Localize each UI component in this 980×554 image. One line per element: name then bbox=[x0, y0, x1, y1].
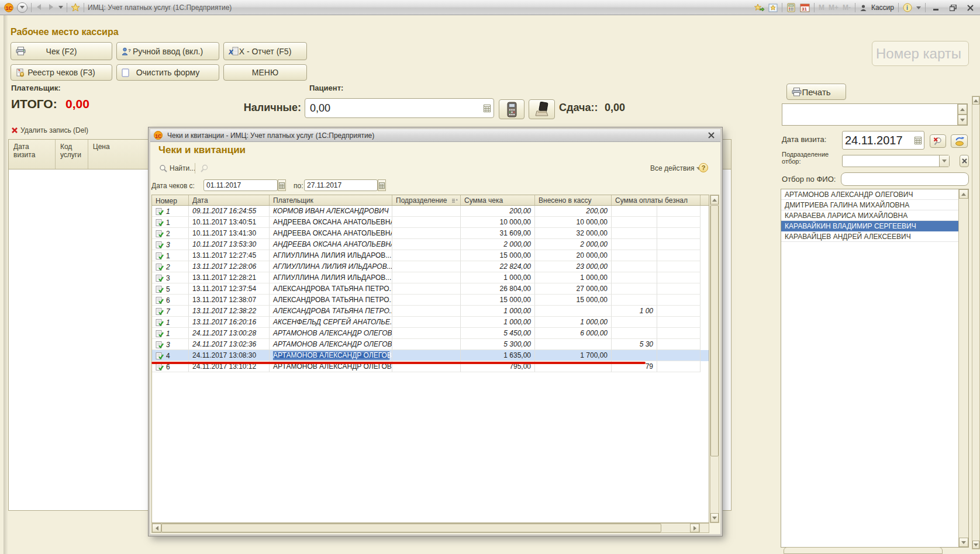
help-icon[interactable]: ? bbox=[699, 163, 708, 172]
cash-input[interactable]: 0,00 bbox=[305, 98, 494, 118]
visit-date-input[interactable]: 24.11.2017 bbox=[842, 131, 924, 150]
patients-list: АРТАМОНОВ АЛЕКСАНДР ОЛЕГОВИЧДМИТРИЕВА ГА… bbox=[781, 189, 969, 548]
clear-form-button[interactable]: Очистить форму bbox=[116, 64, 219, 81]
scroll-thumb[interactable] bbox=[710, 205, 719, 456]
svg-text:31: 31 bbox=[802, 6, 807, 12]
print-list-box[interactable] bbox=[782, 103, 968, 126]
col-cash-in[interactable]: Внесено в кассу bbox=[535, 195, 612, 205]
register-button[interactable]: Реестр чеков (F3) bbox=[11, 64, 112, 81]
memory-minus-button[interactable]: M- bbox=[843, 4, 851, 12]
col-payer[interactable]: Плательщик bbox=[270, 195, 392, 205]
scroll-up-icon[interactable] bbox=[958, 104, 967, 115]
patient-list-item[interactable]: КАРАВАЕВА ЛАРИСА МИХАЙЛОВНА bbox=[781, 210, 958, 221]
manual-input-button[interactable]: ? Ручной ввод (вкл.) bbox=[116, 42, 219, 60]
patient-label: Пациент: bbox=[309, 84, 343, 92]
table-row[interactable]: 7 13.11.2017 12:38:22 АЛЕКСАНДРОВА ТАТЬЯ… bbox=[152, 306, 709, 317]
table-row[interactable]: 3 24.11.2017 13:02:36 АРТАМОНОВ АЛЕКСАНД… bbox=[152, 339, 709, 350]
info-icon[interactable]: i bbox=[903, 3, 912, 12]
receipt-doc-icon bbox=[156, 296, 164, 304]
dialog-titlebar[interactable]: 1С Чеки и квитанции - ИМЦ: Учет платных … bbox=[150, 129, 720, 142]
scroll-down-icon[interactable] bbox=[710, 513, 719, 522]
patient-list-item[interactable]: КАРАВАЙКИН ВЛАДИМИР СЕРГЕЕВИЧ bbox=[781, 221, 958, 231]
col-cashless[interactable]: Сумма оплаты безнал bbox=[612, 195, 701, 205]
nav-forward-icon[interactable] bbox=[47, 4, 55, 12]
payment-terminal-button[interactable] bbox=[499, 99, 524, 119]
calculator-icon[interactable] bbox=[786, 3, 796, 12]
department-dropdown-icon[interactable] bbox=[939, 155, 949, 167]
restore-button[interactable] bbox=[947, 2, 960, 13]
scroll-up-icon[interactable] bbox=[959, 189, 968, 199]
col-sum[interactable]: Сумма чека bbox=[461, 195, 535, 205]
delete-row-link[interactable]: Удалить запись (Del) bbox=[11, 126, 88, 134]
memory-plus-button[interactable]: M+ bbox=[829, 4, 838, 12]
col-date[interactable]: Дата bbox=[189, 195, 270, 205]
check-button[interactable]: Чек (F2) bbox=[11, 42, 112, 60]
favorites-star-icon[interactable] bbox=[71, 3, 80, 12]
scroll-right-icon[interactable] bbox=[690, 524, 699, 532]
table-row[interactable]: 2 10.11.2017 13:41:30 АНДРЕЕВА ОКСАНА АН… bbox=[152, 228, 709, 239]
department-filter-label: Подразделение отбор: bbox=[782, 151, 829, 165]
table-row[interactable]: 1 10.11.2017 13:40:51 АНДРЕЕВА ОКСАНА АН… bbox=[152, 217, 709, 228]
fio-filter-input[interactable] bbox=[841, 172, 969, 186]
table-row[interactable]: 3 10.11.2017 13:53:30 АНДРЕЕВА ОКСАНА АН… bbox=[152, 239, 709, 250]
menu-button[interactable]: МЕНЮ bbox=[223, 64, 307, 81]
minimize-button[interactable] bbox=[930, 2, 943, 13]
col-number[interactable]: Номер bbox=[152, 195, 189, 205]
date-to-input[interactable]: 27.11.2017 bbox=[304, 179, 378, 191]
scroll-up-icon[interactable] bbox=[972, 96, 979, 105]
clear-filter-button[interactable] bbox=[930, 134, 946, 148]
calendar-picker-icon[interactable] bbox=[278, 179, 286, 191]
table-row[interactable]: 1 09.11.2017 16:24:55 КОРМОВ ИВАН АЛЕКСА… bbox=[152, 206, 709, 217]
find-button[interactable]: Найти... bbox=[159, 164, 195, 172]
table-row[interactable]: 6 13.11.2017 12:38:07 АЛЕКСАНДРОВА ТАТЬЯ… bbox=[152, 295, 709, 306]
memory-button[interactable]: M bbox=[819, 4, 824, 12]
patient-list-item[interactable]: КАРАВАЙЦЕВ АНДРЕЙ АЛЕКСЕЕВИЧ bbox=[781, 231, 958, 242]
patient-list-item[interactable]: ДМИТРИЕВА ГАЛИНА МИХАЙЛОВНА bbox=[781, 200, 958, 210]
calendar-picker-icon[interactable] bbox=[378, 179, 386, 191]
table-horizontal-scrollbar[interactable] bbox=[151, 523, 709, 533]
receipt-doc-icon bbox=[156, 263, 164, 271]
department-filter-input[interactable] bbox=[842, 155, 950, 167]
calc-dropdown-icon[interactable] bbox=[484, 105, 491, 112]
date-from-input[interactable]: 01.11.2017 bbox=[203, 179, 278, 191]
patient-list-item[interactable]: АРТАМОНОВ АЛЕКСАНДР ОЛЕГОВИЧ bbox=[781, 189, 958, 200]
col-department[interactable]: Подразделение bbox=[392, 195, 461, 205]
table-row[interactable]: 5 13.11.2017 12:37:54 АЛЕКСАНДРОВА ТАТЬЯ… bbox=[152, 283, 709, 295]
scroll-down-icon[interactable] bbox=[972, 541, 979, 549]
table-row[interactable]: 3 13.11.2017 12:28:21 АГЛИУЛЛИНА ЛИЛИЯ И… bbox=[152, 272, 709, 283]
info-dropdown-icon[interactable] bbox=[916, 6, 921, 9]
print-button[interactable]: Печать bbox=[786, 84, 846, 100]
nav-history-icon[interactable] bbox=[58, 6, 63, 9]
dialog-close-icon[interactable] bbox=[708, 132, 715, 138]
scroll-down-icon[interactable] bbox=[958, 115, 967, 125]
fiscal-register-button[interactable] bbox=[529, 99, 555, 119]
add-favorite-icon[interactable] bbox=[754, 4, 764, 12]
nav-back-icon[interactable] bbox=[35, 4, 43, 12]
scroll-left-icon[interactable] bbox=[152, 524, 161, 532]
table-row[interactable]: 1 13.11.2017 16:20:16 АКСЕНФЕЛЬД СЕРГЕЙ … bbox=[152, 317, 709, 328]
calendar-icon[interactable]: 31 bbox=[800, 3, 810, 12]
x-report-button[interactable]: x X - Отчет (F5) bbox=[223, 42, 307, 60]
col-service-code[interactable]: Код услуги bbox=[56, 140, 88, 169]
close-button[interactable] bbox=[964, 2, 976, 13]
window-scrollbar[interactable] bbox=[972, 96, 980, 549]
table-vertical-scrollbar[interactable] bbox=[710, 195, 719, 523]
department-clear-button[interactable] bbox=[960, 155, 969, 167]
search-clear-icon[interactable] bbox=[200, 164, 209, 172]
table-row[interactable]: 4 24.11.2017 13:08:30 АРТАМОНОВ АЛЕКСАНД… bbox=[152, 350, 709, 361]
calendar-picker-icon[interactable] bbox=[915, 137, 922, 144]
scroll-down-icon[interactable] bbox=[959, 538, 968, 547]
scroll-thumb[interactable] bbox=[161, 524, 661, 532]
all-actions-button[interactable]: Все действия bbox=[650, 164, 701, 172]
current-user-label[interactable]: Кассир bbox=[871, 4, 894, 12]
main-menu-button[interactable] bbox=[17, 2, 27, 13]
col-visit-date[interactable]: Дата визита bbox=[9, 140, 56, 169]
table-row[interactable]: 1 24.11.2017 13:00:28 АРТАМОНОВ АЛЕКСАНД… bbox=[152, 328, 709, 339]
card-number-input[interactable]: Номер карты bbox=[872, 41, 969, 66]
table-row[interactable]: 1 13.11.2017 12:27:45 АГЛИУЛЛИНА ЛИЛИЯ И… bbox=[152, 250, 709, 261]
scroll-up-icon[interactable] bbox=[710, 195, 719, 205]
patients-scrollbar[interactable] bbox=[958, 189, 968, 547]
table-row[interactable]: 2 13.11.2017 12:28:06 АГЛИУЛЛИНА ЛИЛИЯ И… bbox=[152, 261, 709, 272]
refresh-button[interactable] bbox=[951, 134, 968, 148]
favorites-list-icon[interactable] bbox=[768, 4, 778, 12]
